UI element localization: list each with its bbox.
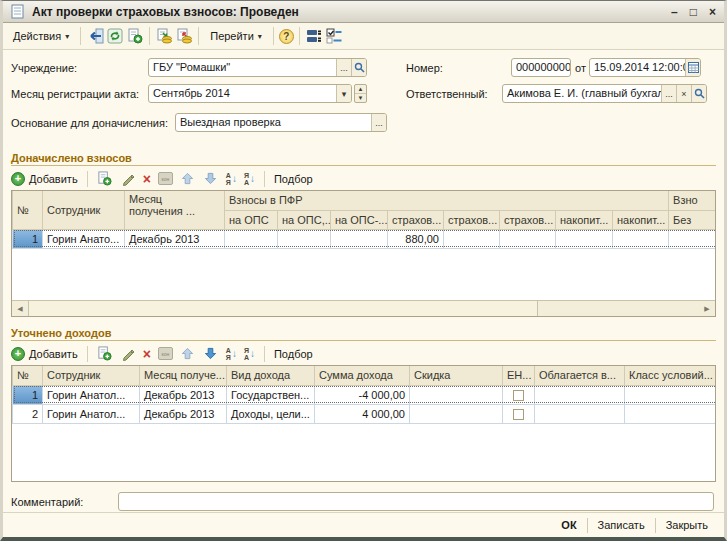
institution-lookup-button[interactable]: ... [336,59,351,76]
reread-icon[interactable] [86,27,104,45]
basis-field[interactable]: Выездная проверка ... [175,113,387,132]
value-cell[interactable] [556,229,613,248]
reg-month-value[interactable]: Сентябрь 2014 [149,85,336,102]
table-row[interactable]: 1 Горин Анатол... Декабрь 2013 Государст… [13,385,717,404]
row-number-cell[interactable]: 2 [13,404,43,423]
column-header[interactable]: Вид дохода [227,366,315,385]
reg-month-dropdown-icon[interactable]: ▾ [336,85,351,102]
copy-row-icon[interactable] [97,346,113,362]
institution-magnifier-icon[interactable] [351,59,366,76]
column-header[interactable]: Сотрудник [43,366,140,385]
pick-button[interactable]: Подбор [274,173,313,185]
ok-button[interactable]: ОК [551,517,586,533]
copy-document-icon[interactable] [126,27,144,45]
table-row[interactable]: 1 Горин Анато... Декабрь 2013 880,00 [13,229,717,248]
class-cell[interactable] [625,404,717,423]
add-row-button[interactable]: + Добавить [11,172,78,186]
column-header[interactable]: накопит... [556,210,613,229]
column-header[interactable]: Класс условий... [625,366,717,385]
delete-row-icon[interactable]: × [143,172,151,186]
month-cell[interactable]: Декабрь 2013 [140,385,227,404]
reg-month-spinner[interactable]: ▲ ▼ [354,84,367,103]
maximize-button[interactable]: □ [690,6,697,18]
unpost-document-icon[interactable] [175,27,193,45]
discount-cell[interactable] [410,404,503,423]
amount-cell[interactable]: 4 000,00 [315,404,410,423]
close-button[interactable]: × [709,6,716,18]
move-down-icon[interactable] [203,346,219,362]
scroll-right-icon[interactable]: ▶ [699,301,715,316]
responsible-clear-icon[interactable]: × [676,85,691,102]
table-row[interactable]: 2 Горин Анатол... Декабрь 2013 Доходы, ц… [13,404,717,423]
sort-ascending-icon[interactable]: АЯ ↓ [226,172,237,186]
date-value[interactable]: 15.09.2014 12:00:00 [590,59,685,76]
column-header[interactable]: Сумма дохода [315,366,410,385]
copy-row-icon[interactable] [97,171,113,187]
column-header[interactable]: страхов... [388,210,444,229]
sort-descending-icon[interactable]: ЯА ↓ [244,172,255,186]
sort-descending-icon[interactable]: ЯА ↓ [244,347,255,361]
responsible-lookup-button[interactable]: ... [661,85,676,102]
close-form-button[interactable]: Закрыть [656,517,718,533]
responsible-value[interactable]: Акимова Е. И. (главный бухгалтер) [503,85,661,102]
post-document-icon[interactable] [155,27,173,45]
value-cell[interactable] [331,229,388,248]
date-field[interactable]: 15.09.2014 12:00:00 [589,58,701,77]
goto-menu-button[interactable]: Перейти ▾ [204,27,268,45]
row-number-cell[interactable]: 1 [13,229,43,248]
class-cell[interactable] [625,385,717,404]
responsible-magnifier-icon[interactable] [691,85,706,102]
move-up-icon[interactable] [180,171,196,187]
help-icon[interactable]: ? [279,29,294,44]
discount-cell[interactable] [410,385,503,404]
write-button[interactable]: Записать [588,517,655,533]
column-header[interactable]: Без [669,210,716,229]
month-cell[interactable]: Декабрь 2013 [140,404,227,423]
employee-cell[interactable]: Горин Анатол... [43,385,140,404]
calendar-icon[interactable] [685,59,700,76]
move-up-icon[interactable] [180,346,196,362]
column-header[interactable]: № [13,366,43,385]
comment-input[interactable] [118,492,714,511]
add-row-button[interactable]: + Добавить [11,347,78,361]
form-settings-icon[interactable] [325,27,343,45]
column-header-month[interactable]: Месяц получения ... [125,191,225,229]
basis-value[interactable]: Выездная проверка [176,114,371,131]
refresh-icon[interactable] [106,27,124,45]
minimize-button[interactable]: – [671,6,678,18]
scroll-left-icon[interactable]: ◀ [12,301,28,316]
income-type-cell[interactable]: Государствен... [227,385,315,404]
column-header[interactable]: Скидка [410,366,503,385]
month-cell[interactable]: Декабрь 2013 [125,229,225,248]
column-header[interactable]: на ОПС,... [278,210,331,229]
value-cell[interactable] [669,229,716,248]
column-header[interactable]: Месяц получе... [140,366,227,385]
responsible-field[interactable]: Акимова Е. И. (главный бухгалтер) ... × [502,84,707,103]
checkbox-unchecked[interactable] [513,409,524,420]
amount-cell[interactable]: -4 000,00 [315,385,410,404]
reg-month-field[interactable]: Сентябрь 2014 ▾ [148,84,352,103]
value-cell[interactable] [613,229,669,248]
scrollbar-thumb[interactable] [28,301,538,316]
checkbox-unchecked[interactable] [513,390,524,401]
spin-up-icon[interactable]: ▲ [355,85,366,94]
value-cell[interactable] [225,229,278,248]
spin-down-icon[interactable]: ▼ [355,94,366,102]
delete-row-icon[interactable]: × [143,347,151,361]
incomes-table[interactable]: № Сотрудник Месяц получе... Вид дохода С… [11,365,716,482]
number-field[interactable]: 00000000001 [511,58,571,77]
group-header-pfr[interactable]: Взносы в ПФР [225,191,669,210]
column-header[interactable]: страхов... [500,210,556,229]
taxed-cell[interactable] [535,385,625,404]
actions-menu-button[interactable]: Действия ▾ [7,27,75,45]
edit-row-icon[interactable] [120,171,136,187]
horizontal-scrollbar[interactable]: ◀ ▶ [12,300,715,316]
basis-lookup-button[interactable]: ... [371,114,386,131]
sort-ascending-icon[interactable]: АЯ ↓ [226,347,237,361]
column-header[interactable]: на ОПС [225,210,278,229]
column-header-num[interactable]: № [13,191,43,229]
institution-field[interactable]: ГБУ "Ромашки" ... [148,58,367,77]
pick-button[interactable]: Подбор [274,348,313,360]
column-header[interactable]: Облагается в... [535,366,625,385]
value-cell[interactable] [278,229,331,248]
